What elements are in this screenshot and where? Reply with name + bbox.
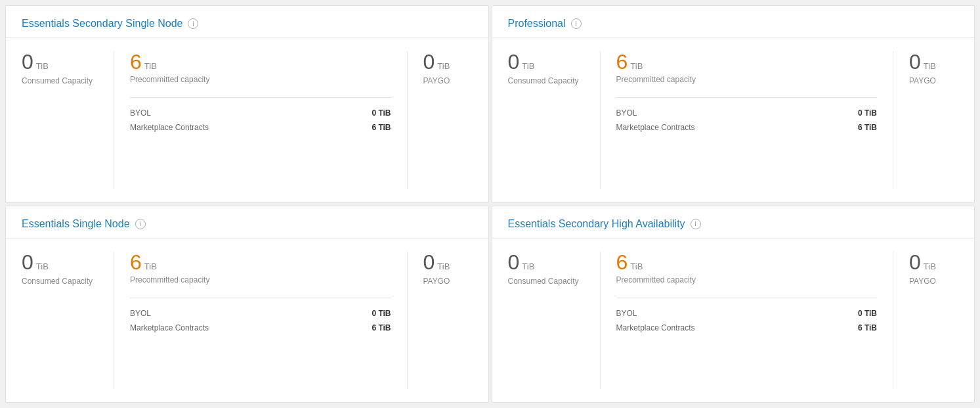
card-header-essentials-secondary-single-node: Essentials Secondary Single Node i [6, 6, 488, 38]
precommit-header-essentials-single-node: 6 TiB Precommitted capacity [130, 252, 391, 284]
consumed-section-professional: 0 TiB Consumed Capacity [508, 51, 600, 189]
info-icon-essentials-secondary-single-node[interactable]: i [188, 18, 198, 29]
paygo-section-essentials-single-node: 0 TiB PAYGO [407, 252, 473, 390]
consumed-number-essentials-secondary-single-node: 0 [22, 51, 33, 72]
precommit-value-professional: 6 TiB [616, 51, 878, 72]
paygo-number-essentials-secondary-high-availability: 0 [909, 252, 921, 273]
precommit-section-essentials-secondary-high-availability: 6 TiB Precommitted capacity BYOL 0 TiB M… [600, 252, 893, 390]
precommit-number-professional: 6 [616, 51, 628, 72]
precommit-value-essentials-secondary-high-availability: 6 TiB [616, 252, 878, 273]
precommit-label-professional: Precommitted capacity [616, 75, 878, 84]
card-professional: Professional i 0 TiB Consumed Capacity 6… [492, 5, 975, 203]
card-essentials-secondary-high-availability: Essentials Secondary High Availability i… [492, 206, 975, 403]
consumed-value-essentials-secondary-high-availability: 0 TiB [508, 252, 587, 273]
precommit-label-essentials-secondary-high-availability: Precommitted capacity [616, 275, 878, 284]
paygo-label-essentials-secondary-single-node: PAYGO [423, 76, 473, 85]
precommit-label-essentials-single-node: Precommitted capacity [130, 275, 391, 284]
info-icon-professional[interactable]: i [571, 18, 582, 29]
marketplace-value-essentials-secondary-single-node: 6 TiB [372, 123, 391, 132]
paygo-unit-essentials-secondary-single-node: TiB [437, 61, 450, 71]
consumed-section-essentials-secondary-single-node: 0 TiB Consumed Capacity [22, 51, 114, 189]
consumed-label-essentials-single-node: Consumed Capacity [22, 277, 100, 286]
precommit-label-essentials-secondary-single-node: Precommitted capacity [130, 75, 391, 84]
marketplace-row-professional: Marketplace Contracts 6 TiB [616, 120, 878, 135]
precommit-header-essentials-secondary-high-availability: 6 TiB Precommitted capacity [616, 252, 878, 284]
marketplace-value-professional: 6 TiB [858, 123, 877, 132]
paygo-label-essentials-secondary-high-availability: PAYGO [909, 277, 958, 286]
paygo-label-essentials-single-node: PAYGO [423, 277, 473, 286]
main-container: Essentials Secondary Single Node i 0 TiB… [0, 0, 980, 408]
precommit-unit-essentials-secondary-single-node: TiB [144, 61, 157, 71]
consumed-number-professional: 0 [508, 51, 520, 72]
consumed-unit-professional: TiB [522, 61, 534, 71]
cards-grid: Essentials Secondary Single Node i 0 TiB… [5, 5, 975, 403]
consumed-unit-essentials-secondary-single-node: TiB [36, 61, 49, 71]
consumed-unit-essentials-single-node: TiB [36, 261, 49, 271]
precommit-header-essentials-secondary-single-node: 6 TiB Precommitted capacity [130, 51, 391, 84]
precommit-value-essentials-secondary-single-node: 6 TiB [130, 51, 391, 72]
precommit-number-essentials-secondary-single-node: 6 [130, 51, 142, 72]
paygo-section-essentials-secondary-single-node: 0 TiB PAYGO [407, 51, 473, 189]
consumed-number-essentials-single-node: 0 [22, 252, 33, 273]
byol-value-essentials-secondary-single-node: 0 TiB [372, 108, 391, 118]
paygo-value-essentials-single-node: 0 TiB [423, 252, 473, 273]
marketplace-row-essentials-secondary-single-node: Marketplace Contracts 6 TiB [130, 120, 391, 135]
card-body-essentials-secondary-high-availability: 0 TiB Consumed Capacity 6 TiB Precommitt… [492, 238, 975, 403]
paygo-number-essentials-secondary-single-node: 0 [423, 51, 435, 72]
marketplace-row-essentials-single-node: Marketplace Contracts 6 TiB [130, 321, 391, 335]
marketplace-label-essentials-secondary-single-node: Marketplace Contracts [130, 123, 209, 132]
precommit-section-professional: 6 TiB Precommitted capacity BYOL 0 TiB M… [600, 51, 893, 189]
card-essentials-secondary-single-node: Essentials Secondary Single Node i 0 TiB… [5, 5, 489, 203]
marketplace-value-essentials-secondary-high-availability: 6 TiB [858, 323, 877, 332]
consumed-label-essentials-secondary-high-availability: Consumed Capacity [508, 277, 587, 286]
info-icon-essentials-secondary-high-availability[interactable]: i [691, 219, 701, 229]
consumed-value-professional: 0 TiB [508, 51, 587, 72]
consumed-section-essentials-secondary-high-availability: 0 TiB Consumed Capacity [508, 252, 600, 390]
paygo-value-professional: 0 TiB [909, 51, 958, 72]
byol-value-essentials-secondary-high-availability: 0 TiB [858, 309, 877, 318]
paygo-section-essentials-secondary-high-availability: 0 TiB PAYGO [893, 252, 958, 390]
precommit-unit-essentials-secondary-high-availability: TiB [630, 261, 643, 271]
byol-label-essentials-single-node: BYOL [130, 309, 151, 318]
paygo-number-essentials-single-node: 0 [423, 252, 435, 273]
byol-value-essentials-single-node: 0 TiB [372, 309, 391, 318]
card-body-essentials-secondary-single-node: 0 TiB Consumed Capacity 6 TiB Precommitt… [6, 38, 488, 202]
marketplace-row-essentials-secondary-high-availability: Marketplace Contracts 6 TiB [616, 321, 878, 335]
consumed-section-essentials-single-node: 0 TiB Consumed Capacity [22, 252, 114, 390]
info-icon-essentials-single-node[interactable]: i [135, 219, 146, 229]
precommit-header-professional: 6 TiB Precommitted capacity [616, 51, 878, 84]
byol-value-professional: 0 TiB [858, 108, 877, 118]
card-title-essentials-single-node: Essentials Single Node [22, 218, 130, 230]
consumed-label-essentials-secondary-single-node: Consumed Capacity [22, 76, 100, 85]
consumed-number-essentials-secondary-high-availability: 0 [508, 252, 520, 273]
precommit-divider-essentials-secondary-single-node [130, 97, 391, 98]
precommit-unit-essentials-single-node: TiB [144, 261, 157, 271]
precommit-divider-professional [616, 97, 878, 98]
byol-row-essentials-secondary-single-node: BYOL 0 TiB [130, 106, 391, 120]
byol-row-professional: BYOL 0 TiB [616, 106, 878, 120]
marketplace-label-professional: Marketplace Contracts [616, 123, 695, 132]
card-header-professional: Professional i [492, 6, 975, 38]
byol-label-professional: BYOL [616, 108, 637, 118]
precommit-number-essentials-single-node: 6 [130, 252, 142, 273]
precommit-value-essentials-single-node: 6 TiB [130, 252, 391, 273]
paygo-section-professional: 0 TiB PAYGO [893, 51, 958, 189]
marketplace-label-essentials-secondary-high-availability: Marketplace Contracts [616, 323, 695, 332]
precommit-unit-professional: TiB [630, 61, 643, 71]
precommit-divider-essentials-secondary-high-availability [616, 298, 878, 298]
card-title-essentials-secondary-high-availability: Essentials Secondary High Availability [508, 218, 685, 230]
marketplace-label-essentials-single-node: Marketplace Contracts [130, 323, 209, 332]
card-body-essentials-single-node: 0 TiB Consumed Capacity 6 TiB Precommitt… [6, 238, 488, 403]
card-title-essentials-secondary-single-node: Essentials Secondary Single Node [22, 18, 182, 30]
precommit-section-essentials-single-node: 6 TiB Precommitted capacity BYOL 0 TiB M… [114, 252, 407, 390]
paygo-unit-essentials-single-node: TiB [437, 261, 450, 271]
card-header-essentials-secondary-high-availability: Essentials Secondary High Availability i [492, 206, 975, 238]
paygo-number-professional: 0 [909, 51, 921, 72]
card-body-professional: 0 TiB Consumed Capacity 6 TiB Precommitt… [492, 38, 975, 202]
consumed-value-essentials-secondary-single-node: 0 TiB [22, 51, 100, 72]
byol-label-essentials-secondary-single-node: BYOL [130, 108, 151, 118]
precommit-divider-essentials-single-node [130, 298, 391, 298]
card-header-essentials-single-node: Essentials Single Node i [6, 206, 488, 238]
precommit-section-essentials-secondary-single-node: 6 TiB Precommitted capacity BYOL 0 TiB M… [114, 51, 407, 189]
paygo-label-professional: PAYGO [909, 76, 958, 85]
